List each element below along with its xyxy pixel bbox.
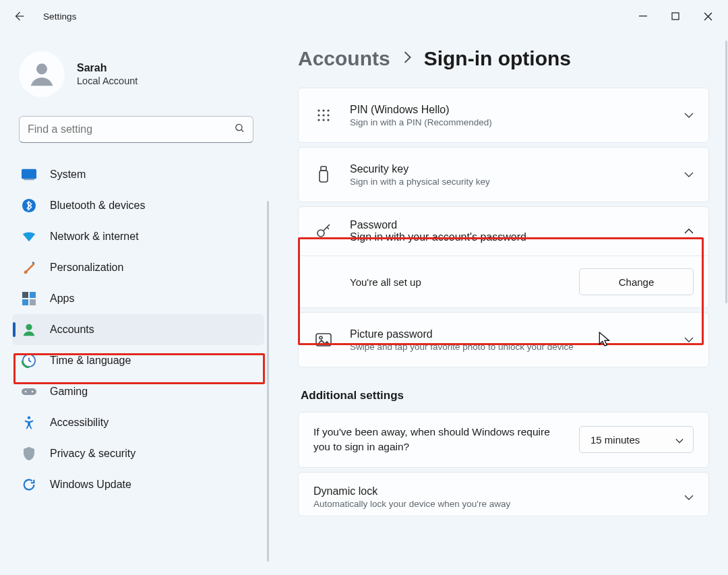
sidebar-item-privacy[interactable]: Privacy & security: [12, 438, 264, 469]
svg-point-19: [322, 109, 324, 111]
sidebar-scrollbar[interactable]: [267, 201, 269, 562]
option-pin[interactable]: PIN (Windows Hello) Sign in with a PIN (…: [298, 88, 709, 143]
sidebar-item-bluetooth[interactable]: Bluetooth & devices: [12, 190, 264, 221]
svg-rect-11: [30, 299, 36, 305]
option-sub: Sign in with a PIN (Recommended): [350, 117, 668, 127]
sidebar-item-label: Apps: [50, 293, 74, 305]
svg-rect-10: [22, 299, 28, 305]
sidebar-item-network[interactable]: Network & internet: [12, 221, 264, 252]
svg-point-16: [32, 391, 34, 393]
option-title: PIN (Windows Hello): [350, 104, 668, 116]
svg-point-20: [327, 109, 329, 111]
option-sub: Sign in with a physical security key: [350, 177, 668, 187]
search-icon: [234, 123, 245, 137]
update-icon: [20, 476, 38, 493]
minimize-button[interactable]: [627, 3, 659, 30]
sidebar-item-gaming[interactable]: Gaming: [12, 376, 264, 407]
page-title: Sign-in options: [424, 47, 571, 70]
key-icon: [313, 223, 334, 239]
svg-rect-8: [22, 292, 28, 298]
change-button[interactable]: Change: [579, 268, 694, 295]
picture-icon: [313, 332, 334, 347]
option-picture-password[interactable]: Picture password Swipe and tap your favo…: [298, 312, 709, 367]
sidebar: Sarah Local Account System Bluetooth & d…: [0, 32, 270, 575]
search: [19, 116, 253, 143]
svg-point-25: [322, 119, 324, 121]
option-title: Password: [350, 219, 668, 231]
breadcrumb-parent[interactable]: Accounts: [298, 47, 390, 70]
svg-rect-4: [22, 169, 36, 179]
svg-rect-7: [32, 262, 35, 265]
chevron-up-icon: [684, 225, 694, 237]
sidebar-item-label: Bluetooth & devices: [50, 200, 145, 212]
option-sub: Automatically lock your device when you'…: [313, 499, 668, 509]
signin-again-row: If you've been away, when should Windows…: [298, 412, 709, 468]
close-button[interactable]: [692, 3, 724, 30]
password-status: You're all set up: [350, 276, 563, 288]
brush-icon: [20, 259, 38, 276]
svg-rect-27: [321, 167, 326, 171]
sidebar-item-apps[interactable]: Apps: [12, 283, 264, 314]
option-title: Security key: [350, 163, 668, 175]
chevron-down-icon: [684, 491, 694, 504]
sidebar-item-label: Privacy & security: [50, 448, 135, 460]
svg-point-26: [327, 119, 329, 121]
bluetooth-icon: [20, 197, 38, 214]
svg-point-24: [317, 119, 320, 121]
chevron-right-icon: [402, 51, 412, 66]
gamepad-icon: [20, 383, 38, 400]
svg-point-2: [36, 63, 47, 74]
svg-point-31: [320, 336, 322, 339]
sidebar-item-accounts[interactable]: Accounts: [12, 314, 264, 345]
sidebar-item-label: Accounts: [50, 324, 94, 336]
system-icon: [20, 166, 38, 183]
sidebar-item-label: Gaming: [50, 386, 88, 398]
sidebar-item-label: Network & internet: [50, 231, 139, 243]
sidebar-item-label: Personalization: [50, 262, 123, 274]
window-controls: [627, 3, 724, 30]
svg-point-23: [327, 114, 329, 116]
svg-point-3: [236, 124, 242, 130]
signin-again-text: If you've been away, when should Windows…: [313, 425, 563, 455]
avatar: [19, 51, 65, 97]
sidebar-item-system[interactable]: System: [12, 159, 264, 190]
sidebar-item-accessibility[interactable]: Accessibility: [12, 407, 264, 438]
chevron-down-icon: [684, 109, 694, 121]
clock-icon: [20, 352, 38, 369]
search-input[interactable]: [19, 116, 253, 143]
sidebar-item-time[interactable]: Time & language: [12, 345, 264, 376]
app-title: Settings: [43, 11, 77, 22]
svg-rect-28: [320, 171, 328, 182]
signin-again-select[interactable]: 15 minutes: [579, 426, 694, 453]
content-scrollbar[interactable]: [725, 40, 728, 303]
sidebar-item-update[interactable]: Windows Update: [12, 469, 264, 500]
svg-point-18: [317, 109, 320, 111]
usb-key-icon: [313, 166, 334, 183]
option-password-header[interactable]: Password Sign in with your account's pas…: [299, 207, 708, 256]
svg-point-15: [25, 391, 27, 393]
svg-rect-9: [30, 292, 36, 298]
svg-point-12: [26, 324, 32, 330]
svg-point-6: [22, 199, 36, 212]
breadcrumb: Accounts Sign-in options: [298, 47, 709, 70]
option-dynamic-lock[interactable]: Dynamic lock Automatically lock your dev…: [298, 472, 709, 516]
back-button[interactable]: [5, 3, 32, 30]
apps-icon: [20, 290, 38, 307]
shield-icon: [20, 445, 38, 462]
accounts-icon: [20, 321, 38, 338]
svg-point-22: [322, 114, 324, 116]
sidebar-item-personalization[interactable]: Personalization: [12, 252, 264, 283]
maximize-button[interactable]: [659, 3, 692, 30]
chevron-down-icon: [684, 169, 694, 181]
option-title: Dynamic lock: [313, 485, 668, 497]
sidebar-item-label: Windows Update: [50, 479, 131, 491]
svg-rect-5: [24, 179, 34, 180]
select-value: 15 minutes: [590, 434, 640, 446]
chevron-down-icon: [675, 434, 684, 446]
profile[interactable]: Sarah Local Account: [0, 51, 270, 109]
svg-point-29: [317, 230, 324, 237]
option-security-key[interactable]: Security key Sign in with a physical sec…: [298, 147, 709, 202]
sidebar-nav: System Bluetooth & devices Network & int…: [0, 155, 270, 500]
option-password: Password Sign in with your account's pas…: [298, 206, 709, 308]
chevron-down-icon: [684, 334, 694, 346]
